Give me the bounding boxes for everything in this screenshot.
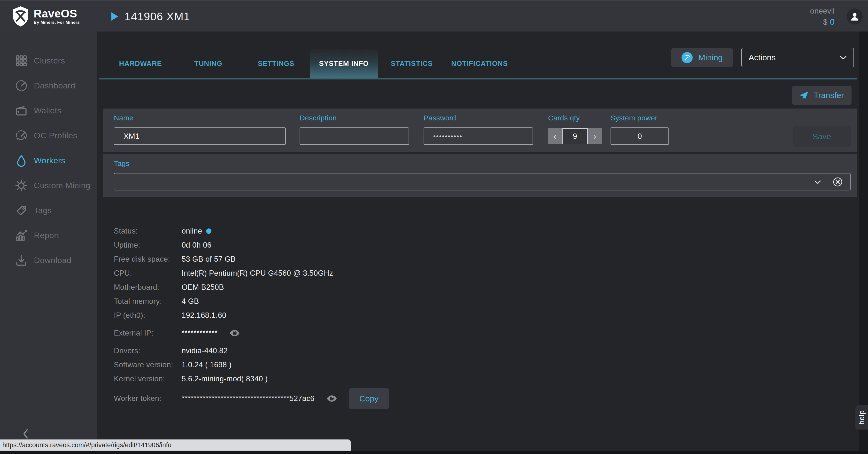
- play-status-icon: [112, 12, 118, 21]
- user-avatar[interactable]: [847, 8, 863, 25]
- cards-qty-value: 9: [562, 128, 588, 144]
- tags-panel: Tags: [103, 154, 857, 197]
- actions-dropdown[interactable]: Actions: [741, 48, 854, 67]
- tag-icon: [15, 204, 31, 217]
- tags-input[interactable]: [114, 173, 850, 190]
- sidebar-item-label: Download: [34, 255, 71, 265]
- sidebar-item-label: Workers: [34, 156, 65, 165]
- info-row-worker-token: Worker token:***************************…: [114, 388, 868, 409]
- worker-settings-panel: Name Description Password Cards qty ‹ 9 …: [103, 109, 857, 152]
- name-input[interactable]: [114, 127, 286, 145]
- description-label: Description: [300, 114, 337, 122]
- info-value: 4 GB: [182, 297, 199, 306]
- chart-icon: [15, 229, 31, 242]
- cards-qty-label: Cards qty: [548, 114, 580, 122]
- reveal-value-button[interactable]: [229, 329, 240, 337]
- sidebar-item-report[interactable]: Report: [0, 223, 97, 248]
- password-input[interactable]: [424, 127, 533, 145]
- mining-button[interactable]: Mining: [671, 48, 733, 67]
- clear-tags-icon[interactable]: [832, 176, 843, 187]
- info-label: Status:: [114, 227, 182, 236]
- info-value: Intel(R) Pentium(R) CPU G4560 @ 3.50GHz: [182, 269, 333, 278]
- browser-status-bar: https://accounts.raveos.com/#/private/ri…: [0, 440, 351, 451]
- cards-qty-increment-button[interactable]: ›: [588, 128, 602, 144]
- info-label: Software version:: [114, 361, 182, 369]
- sidebar-item-dashboard[interactable]: Dashboard: [0, 73, 97, 98]
- info-value: nvidia-440.82: [182, 346, 228, 355]
- info-value: ************: [182, 329, 217, 337]
- eye-icon: [229, 329, 240, 337]
- actions-label: Actions: [749, 53, 776, 62]
- download-icon: [15, 254, 31, 267]
- tab-statistics[interactable]: STATISTICS: [378, 49, 445, 78]
- sidebar-item-clusters[interactable]: Clusters: [0, 48, 97, 73]
- copy-token-button[interactable]: Copy: [349, 388, 389, 409]
- tab-system-info[interactable]: SYSTEM INFO: [310, 49, 378, 78]
- quantity-stepper: ‹ 9 ›: [548, 128, 602, 144]
- grid-icon: [15, 54, 31, 68]
- sidebar-item-label: OC Profiles: [34, 131, 77, 140]
- sidebar-item-label: Tags: [34, 206, 52, 215]
- sidebar-item-label: Custom Mining: [34, 181, 90, 190]
- info-row-external-ip: External IP:************: [114, 326, 868, 340]
- page-title: 141906 XM1: [124, 10, 190, 23]
- wallet-icon: [15, 104, 31, 118]
- info-row-cpu: CPU:Intel(R) Pentium(R) CPU G4560 @ 3.50…: [114, 266, 868, 280]
- sidebar-item-oc-profiles[interactable]: OC Profiles: [0, 123, 97, 148]
- system-power-input[interactable]: [611, 127, 669, 145]
- transfer-button[interactable]: Transfer: [792, 86, 851, 105]
- system-info-list: Status:onlineUptime:0d 0h 06Free disk sp…: [114, 224, 868, 409]
- help-tab[interactable]: help: [856, 405, 868, 429]
- info-row-motherboard: Motherboard:OEM B250B: [114, 280, 868, 294]
- info-value: 192.168.1.60: [182, 311, 226, 320]
- gear-icon: [15, 179, 31, 192]
- info-label: IP (eth0):: [114, 311, 182, 320]
- cards-qty-decrement-button[interactable]: ‹: [548, 128, 562, 144]
- chevron-left-icon: [22, 428, 29, 440]
- sidebar-item-wallets[interactable]: Wallets: [0, 98, 97, 123]
- info-value: online: [182, 227, 202, 236]
- system-power-label: System power: [611, 114, 657, 122]
- sidebar-item-download[interactable]: Download: [0, 248, 97, 273]
- password-label: Password: [424, 114, 456, 122]
- online-status-dot: [206, 229, 211, 234]
- name-label: Name: [114, 114, 133, 122]
- chevron-down-icon[interactable]: [814, 180, 821, 184]
- status-bar-url: https://accounts.raveos.com/#/private/ri…: [2, 442, 172, 449]
- tab-notifications[interactable]: NOTIFICATIONS: [445, 49, 514, 78]
- sidebar-item-label: Wallets: [34, 106, 62, 115]
- info-label: Kernel version:: [114, 374, 182, 383]
- raveos-logo[interactable]: RaveOS By Miners. For Miners: [11, 5, 91, 28]
- paper-plane-icon: [800, 91, 809, 99]
- sidebar: ClustersDashboardWalletsOC ProfilesWorke…: [0, 31, 97, 454]
- gauge-icon: [15, 79, 31, 93]
- sidebar-item-custom-mining[interactable]: Custom Mining: [0, 173, 97, 198]
- tab-hardware[interactable]: HARDWARE: [106, 49, 175, 78]
- sidebar-item-label: Report: [34, 231, 59, 240]
- save-button[interactable]: Save: [793, 126, 851, 147]
- description-input[interactable]: [300, 127, 409, 145]
- currency-symbol: $: [823, 18, 828, 26]
- info-row-software-version: Software version:1.0.24 ( 1698 ): [114, 358, 868, 372]
- info-label: Free disk space:: [114, 255, 182, 264]
- tab-settings[interactable]: SETTINGS: [242, 49, 310, 78]
- account-info[interactable]: oneevil $0: [810, 6, 835, 27]
- sidebar-item-workers[interactable]: Workers: [0, 148, 97, 173]
- balance: $0: [810, 17, 835, 27]
- info-row-uptime: Uptime:0d 0h 06: [114, 238, 868, 252]
- tags-label: Tags: [114, 159, 130, 168]
- info-label: Drivers:: [114, 346, 182, 355]
- eye-icon: [326, 395, 337, 402]
- app-header: RaveOS By Miners. For Miners 141906 XM1 …: [0, 0, 868, 31]
- sidebar-collapse-button[interactable]: [22, 427, 32, 441]
- info-label: Total memory:: [114, 297, 182, 306]
- tab-tuning[interactable]: TUNING: [175, 49, 242, 78]
- drop-icon: [15, 154, 31, 168]
- info-label: Worker token:: [114, 394, 182, 403]
- reveal-value-button[interactable]: [326, 395, 337, 402]
- info-label: Motherboard:: [114, 283, 182, 292]
- info-label: Uptime:: [114, 241, 182, 249]
- sidebar-item-label: Dashboard: [34, 81, 75, 90]
- info-row-total-memory: Total memory:4 GB: [114, 294, 868, 308]
- sidebar-item-tags[interactable]: Tags: [0, 198, 97, 223]
